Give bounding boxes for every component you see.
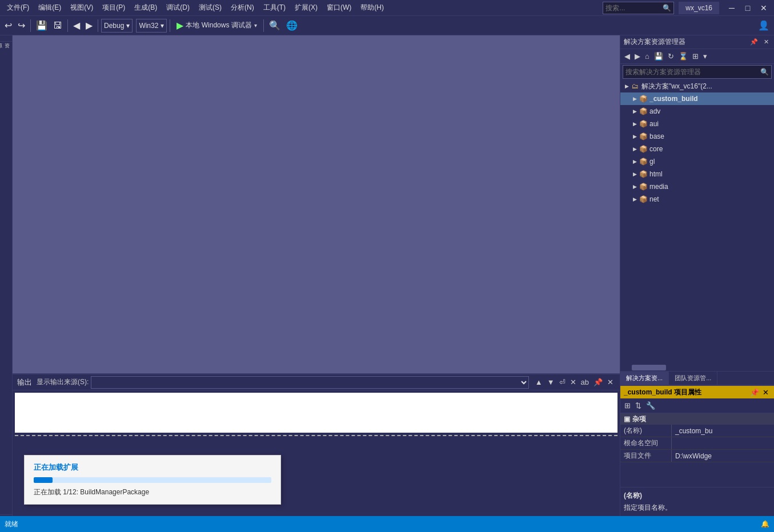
- tree-item-custom-build[interactable]: ▶ 📦 _custom_build: [620, 92, 774, 105]
- solution-scrollbar-h[interactable]: [620, 364, 774, 371]
- tree-item-html[interactable]: ▶ 📦 html: [620, 168, 774, 180]
- props-sort-button[interactable]: ⇅: [633, 401, 643, 410]
- solution-explorer-close-button[interactable]: ✕: [762, 38, 771, 46]
- output-close-button[interactable]: ✕: [605, 378, 615, 386]
- solution-scrollbar-thumb-h[interactable]: [632, 365, 666, 370]
- properties-title: _custom_build 项目属性: [624, 388, 748, 397]
- platform-dropdown[interactable]: Win32 ▾: [136, 19, 167, 33]
- sol-home-button[interactable]: ⌂: [643, 52, 651, 61]
- tree-expand-custom-build: ▶: [631, 96, 639, 102]
- solution-explorer-pin-button[interactable]: 📌: [748, 38, 760, 46]
- feedback-button[interactable]: 👤: [756, 18, 772, 34]
- maximize-button[interactable]: □: [740, 2, 756, 14]
- properties-close-button[interactable]: ✕: [761, 388, 771, 397]
- tree-item-base[interactable]: ▶ 📦 base: [620, 130, 774, 143]
- toolbar-separator-4: [170, 19, 170, 32]
- tree-item-aui[interactable]: ▶ 📦 aui: [620, 118, 774, 130]
- output-pin-button[interactable]: 📌: [592, 378, 604, 386]
- menu-project[interactable]: 项目(P): [98, 2, 130, 14]
- solution-root-item[interactable]: ▶ 🗂 解决方案"wx_vc16"(2...: [620, 80, 774, 92]
- run-debug-button[interactable]: ▶ 本地 Windows 调试器 ▾: [173, 19, 260, 32]
- notification-bell-icon[interactable]: 🔔: [761, 520, 769, 528]
- minimize-button[interactable]: ─: [724, 2, 740, 14]
- forward-nav-button[interactable]: ▶: [83, 18, 95, 34]
- redo-button[interactable]: ↪: [15, 18, 27, 34]
- menu-help[interactable]: 帮助(H): [356, 2, 388, 14]
- back-nav-button[interactable]: ◀: [71, 18, 82, 34]
- output-wrap-button[interactable]: ⏎: [558, 378, 567, 386]
- tree-item-media[interactable]: ▶ 📦 media: [620, 180, 774, 193]
- run-icon: ▶: [177, 20, 183, 31]
- tree-icon-media: 📦: [639, 182, 648, 191]
- left-sidebar: 资源管理器运行器 工具箱: [0, 35, 13, 516]
- output-clear-button[interactable]: ✕: [568, 378, 578, 386]
- menu-edit[interactable]: 编辑(E): [34, 2, 66, 14]
- tab-solution-explorer[interactable]: 解决方案资...: [620, 372, 669, 385]
- output-scroll-up-button[interactable]: ▲: [534, 378, 544, 386]
- menu-analyze[interactable]: 分析(N): [226, 2, 259, 14]
- menu-tools[interactable]: 工具(T): [259, 2, 290, 14]
- props-settings-button[interactable]: 🔧: [644, 401, 657, 410]
- tree-item-gl[interactable]: ▶ 📦 gl: [620, 155, 774, 168]
- close-button[interactable]: ✕: [756, 2, 772, 14]
- browser-button[interactable]: 🌐: [284, 18, 300, 34]
- search-toolbar-button[interactable]: 🔍: [267, 18, 283, 34]
- tab-team-explorer[interactable]: 团队资源管...: [669, 372, 717, 385]
- output-ab-button[interactable]: ab: [579, 378, 591, 386]
- sol-back-button[interactable]: ◀: [623, 52, 632, 61]
- sol-forward-button[interactable]: ▶: [633, 52, 642, 61]
- global-search-input[interactable]: [605, 4, 663, 12]
- menu-view[interactable]: 视图(V): [66, 2, 98, 14]
- sol-dropdown-button[interactable]: ▾: [701, 52, 709, 61]
- menu-file[interactable]: 文件(F): [2, 2, 34, 14]
- global-search-box[interactable]: 🔍: [603, 2, 674, 14]
- tree-icon-aui: 📦: [639, 119, 648, 128]
- tree-item-core[interactable]: ▶ 📦 core: [620, 143, 774, 155]
- tree-icon-core: 📦: [639, 144, 648, 154]
- save-all-button[interactable]: 🖫: [51, 18, 65, 34]
- properties-description: (名称) 指定项目名称。: [620, 487, 774, 516]
- editor-area[interactable]: 输出 显示输出来源(S): ▲ ▼ ⏎ ✕ ab 📌 ✕: [13, 35, 620, 516]
- solution-search-input[interactable]: [625, 68, 760, 76]
- menu-bar: 文件(F) 编辑(E) 视图(V) 项目(P) 生成(B) 调试(D) 测试(S…: [0, 0, 774, 16]
- solution-tree-view[interactable]: ▶ 🗂 解决方案"wx_vc16"(2... ▶ 📦 _custom_build…: [620, 80, 774, 364]
- sol-refresh-button[interactable]: ↻: [666, 52, 676, 61]
- menu-build[interactable]: 生成(B): [130, 2, 162, 14]
- tree-item-net[interactable]: ▶ 📦 net: [620, 193, 774, 205]
- loading-progress-bar-bg: [34, 477, 271, 483]
- output-source-dropdown[interactable]: [91, 376, 528, 389]
- tree-label-gl: gl: [649, 158, 655, 166]
- sol-save-button[interactable]: 💾: [652, 52, 665, 61]
- menu-test[interactable]: 测试(S): [194, 2, 226, 14]
- sol-expand-button[interactable]: ⊞: [691, 52, 700, 61]
- status-text: 就绪: [5, 519, 18, 529]
- solution-search-icon: 🔍: [760, 68, 769, 76]
- sol-filter-button[interactable]: ⌛: [677, 52, 689, 61]
- output-scroll-down-button[interactable]: ▼: [546, 378, 556, 386]
- undo-button[interactable]: ↩: [2, 18, 14, 34]
- save-button[interactable]: 💾: [34, 18, 50, 34]
- tree-icon-custom-build: 📦: [639, 94, 648, 103]
- tree-expand-gl: ▶: [631, 159, 639, 164]
- solution-explorer-toolbar: ◀ ▶ ⌂ 💾 ↻ ⌛ ⊞ ▾: [620, 49, 774, 64]
- run-dropdown-arrow: ▾: [254, 22, 257, 29]
- props-grid-button[interactable]: ⊞: [623, 401, 632, 410]
- tree-item-adv[interactable]: ▶ 📦 adv: [620, 105, 774, 118]
- sidebar-item-explorer[interactable]: 资源管理器运行器: [0, 37, 12, 42]
- output-source-label: 显示输出来源(S):: [37, 377, 89, 387]
- platform-arrow: ▾: [161, 22, 164, 30]
- loading-overlay: 正在加载扩展 正在加载 1/12: BuildManagerPackage: [24, 455, 281, 505]
- output-content-area: [15, 393, 617, 433]
- menu-window[interactable]: 窗口(W): [322, 2, 356, 14]
- tree-label-html: html: [649, 170, 663, 178]
- properties-pin-button[interactable]: 📌: [748, 388, 761, 397]
- props-row-namespace[interactable]: 根命名空间: [620, 437, 774, 450]
- props-row-name[interactable]: (名称) _custom_bu: [620, 425, 774, 437]
- menu-debug[interactable]: 调试(D): [162, 2, 194, 14]
- debug-config-arrow: ▾: [126, 22, 130, 30]
- solution-search-bar[interactable]: 🔍: [623, 65, 772, 79]
- menu-extensions[interactable]: 扩展(X): [290, 2, 322, 14]
- sidebar-item-tools[interactable]: 工具箱: [0, 510, 12, 515]
- debug-config-dropdown[interactable]: Debug ▾: [101, 19, 133, 33]
- props-row-file[interactable]: 项目文件 D:\wxWidge: [620, 450, 774, 462]
